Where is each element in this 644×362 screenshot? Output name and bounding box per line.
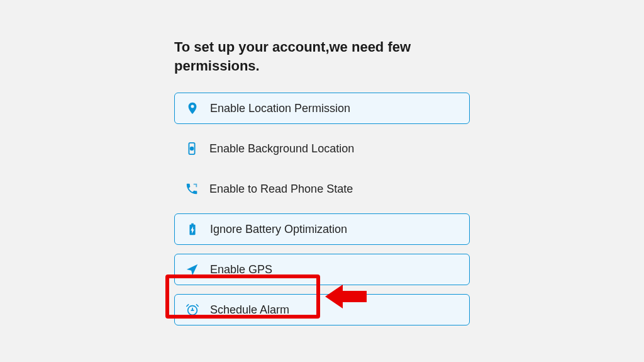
permission-label: Enable GPS — [210, 263, 272, 276]
navigation-icon — [184, 263, 201, 276]
permissions-panel: To set up your account,we need few permi… — [174, 38, 470, 334]
permission-battery-optimization[interactable]: Ignore Battery Optimization — [174, 213, 470, 245]
phone-location-icon — [183, 142, 201, 156]
page-title: To set up your account,we need few permi… — [174, 38, 470, 75]
permission-label: Ignore Battery Optimization — [210, 223, 347, 236]
permission-label: Enable Background Location — [209, 142, 354, 156]
phone-state-icon — [183, 182, 201, 196]
svg-point-1 — [191, 147, 194, 150]
permission-schedule-alarm[interactable]: Schedule Alarm — [174, 294, 470, 325]
permission-label: Enable Location Permission — [210, 102, 350, 115]
location-pin-icon — [184, 101, 201, 115]
permission-phone-state[interactable]: Enable to Read Phone State — [174, 173, 470, 205]
permission-background-location[interactable]: Enable Background Location — [174, 133, 470, 164]
permission-label: Schedule Alarm — [210, 303, 289, 317]
battery-icon — [184, 222, 201, 236]
permission-label: Enable to Read Phone State — [209, 183, 353, 196]
alarm-icon — [184, 303, 201, 317]
permission-enable-gps[interactable]: Enable GPS — [174, 254, 470, 285]
permission-enable-location[interactable]: Enable Location Permission — [174, 93, 470, 124]
